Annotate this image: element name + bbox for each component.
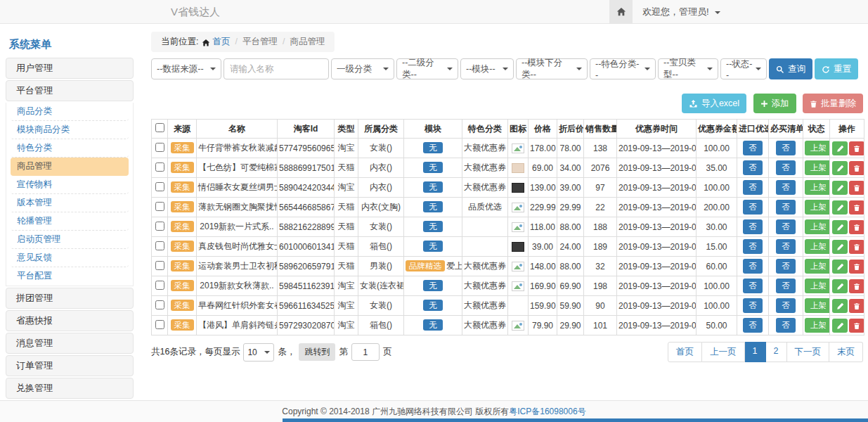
must-buy-toggle[interactable]: 否 <box>776 180 796 195</box>
delete-button[interactable] <box>849 319 864 333</box>
status-button[interactable]: 上架 <box>805 141 830 155</box>
status-button[interactable]: 上架 <box>805 200 830 215</box>
reset-button[interactable]: 重置 <box>815 58 858 79</box>
import-select-toggle[interactable]: 否 <box>743 141 763 155</box>
import-select-toggle[interactable]: 否 <box>743 180 763 195</box>
must-buy-toggle[interactable]: 否 <box>776 200 796 215</box>
edit-button[interactable] <box>832 319 848 333</box>
import-select-toggle[interactable]: 否 <box>743 200 763 215</box>
select-item-type[interactable]: --宝贝类型-- <box>658 58 718 79</box>
delete-button[interactable] <box>849 200 864 215</box>
edit-button[interactable] <box>832 220 848 234</box>
select-feature-category[interactable]: --特色分类-- <box>590 58 656 79</box>
import-select-toggle[interactable]: 否 <box>743 160 763 175</box>
import-select-toggle[interactable]: 否 <box>743 259 763 274</box>
import-excel-button[interactable]: 导入excel <box>682 94 746 113</box>
sidebar-item[interactable]: 消息管理 <box>6 333 134 354</box>
sidebar-subitem[interactable]: 宣传物料 <box>11 176 129 194</box>
status-button[interactable]: 上架 <box>805 239 830 254</box>
edit-button[interactable] <box>832 161 848 175</box>
status-button[interactable]: 上架 <box>805 160 830 175</box>
per-page-select[interactable]: 10 <box>243 343 274 362</box>
select-level2-category[interactable]: --二级分类-- <box>396 58 458 79</box>
pager-item[interactable]: 首页 <box>668 342 702 362</box>
edit-button[interactable] <box>832 200 848 215</box>
import-select-toggle[interactable]: 否 <box>743 318 763 333</box>
must-buy-toggle[interactable]: 否 <box>776 239 796 254</box>
delete-button[interactable] <box>849 299 864 313</box>
sidebar-subitem[interactable]: 商品管理 <box>11 158 129 176</box>
must-buy-toggle[interactable]: 否 <box>776 160 796 175</box>
delete-button[interactable] <box>849 240 864 254</box>
sidebar-subitem[interactable]: 商品分类 <box>11 103 129 121</box>
search-button[interactable]: 查询 <box>769 58 812 79</box>
sidebar-item-1[interactable]: 平台管理 <box>6 80 134 101</box>
select-all-checkbox[interactable] <box>155 123 164 132</box>
row-checkbox[interactable] <box>155 202 164 211</box>
must-buy-toggle[interactable]: 否 <box>776 279 796 293</box>
select-data-source[interactable]: --数据来源-- <box>151 58 221 79</box>
pager-item[interactable]: 下一页 <box>787 342 830 362</box>
jump-to-button[interactable]: 跳转到 <box>299 343 335 361</box>
pager-item[interactable]: 2 <box>766 342 787 362</box>
user-menu[interactable]: 欢迎您，管理员! <box>642 0 720 24</box>
sidebar-subitem[interactable]: 特色分类 <box>11 139 129 158</box>
sidebar-subitem[interactable]: 版本管理 <box>11 194 129 212</box>
must-buy-toggle[interactable]: 否 <box>776 259 796 274</box>
sidebar-item[interactable]: 订单管理 <box>6 355 134 376</box>
row-checkbox[interactable] <box>155 162 164 172</box>
sidebar-item[interactable]: 兑换管理 <box>6 378 134 399</box>
sidebar-subitem[interactable]: 意见反馈 <box>11 249 129 267</box>
pager-item[interactable]: 上一页 <box>702 342 745 362</box>
delete-button[interactable] <box>849 260 864 274</box>
import-select-toggle[interactable]: 否 <box>743 239 763 254</box>
row-checkbox[interactable] <box>155 261 164 270</box>
add-button[interactable]: 添加 <box>753 94 796 113</box>
delete-button[interactable] <box>849 220 864 234</box>
home-nav-button[interactable] <box>609 0 633 23</box>
row-checkbox[interactable] <box>155 222 164 231</box>
edit-button[interactable] <box>832 299 848 313</box>
sidebar-subitem[interactable]: 模块商品分类 <box>11 121 129 139</box>
breadcrumb-home-link[interactable]: 首页 <box>212 37 230 46</box>
batch-delete-button[interactable]: 批量删除 <box>803 94 863 113</box>
pager-item[interactable]: 1 <box>745 342 766 362</box>
name-search-input[interactable] <box>224 58 329 79</box>
import-select-toggle[interactable]: 否 <box>743 279 763 293</box>
delete-button[interactable] <box>849 279 864 293</box>
edit-button[interactable] <box>832 279 848 293</box>
must-buy-toggle[interactable]: 否 <box>776 141 796 155</box>
status-button[interactable]: 上架 <box>805 259 830 274</box>
import-select-toggle[interactable]: 否 <box>743 298 763 313</box>
status-button[interactable]: 上架 <box>805 318 830 333</box>
select-module[interactable]: --模块-- <box>460 58 514 79</box>
row-checkbox[interactable] <box>155 281 164 290</box>
delete-button[interactable] <box>849 141 864 155</box>
sidebar-subitem[interactable]: 启动页管理 <box>11 231 129 249</box>
status-button[interactable]: 上架 <box>805 279 830 293</box>
status-button[interactable]: 上架 <box>805 219 830 234</box>
edit-button[interactable] <box>832 181 848 195</box>
edit-button[interactable] <box>832 260 848 274</box>
status-button[interactable]: 上架 <box>805 298 830 313</box>
edit-button[interactable] <box>832 240 848 254</box>
delete-button[interactable] <box>849 181 864 195</box>
import-select-toggle[interactable]: 否 <box>743 219 763 234</box>
must-buy-toggle[interactable]: 否 <box>776 318 796 333</box>
row-checkbox[interactable] <box>155 241 164 250</box>
row-checkbox[interactable] <box>155 182 164 191</box>
pager-item[interactable]: 末页 <box>829 342 863 362</box>
sidebar-item[interactable]: 省惠快报 <box>6 310 134 331</box>
row-checkbox[interactable] <box>155 320 164 329</box>
select-status[interactable]: --状态-- <box>720 58 767 79</box>
row-checkbox[interactable] <box>155 143 164 152</box>
must-buy-toggle[interactable]: 否 <box>776 298 796 313</box>
jump-page-input[interactable] <box>351 343 380 361</box>
sidebar-subitem[interactable]: 轮播管理 <box>11 212 129 231</box>
icp-link[interactable]: 粤ICP备16098006号 <box>509 407 585 416</box>
row-checkbox[interactable] <box>155 300 164 309</box>
delete-button[interactable] <box>849 161 864 175</box>
sidebar-item-0[interactable]: 用户管理 <box>6 58 134 79</box>
must-buy-toggle[interactable]: 否 <box>776 219 796 234</box>
status-button[interactable]: 上架 <box>805 180 830 195</box>
